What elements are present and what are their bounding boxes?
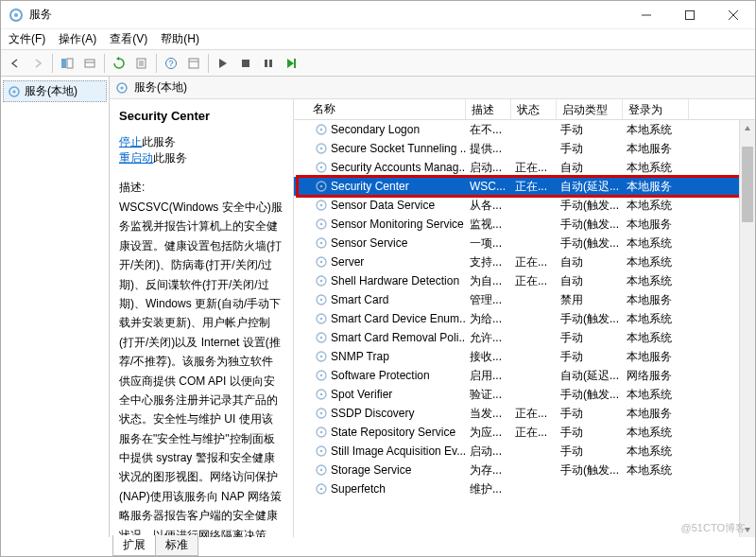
service-desc: 启动... — [466, 160, 511, 176]
service-desc: 允许... — [466, 330, 511, 346]
restart-link[interactable]: 重启动 — [119, 151, 153, 165]
service-row[interactable]: Server支持...正在...自动本地系统 — [294, 252, 755, 271]
tab-extended[interactable]: 扩展 — [112, 535, 156, 556]
gear-icon — [315, 312, 328, 325]
service-name: State Repository Service — [331, 426, 455, 439]
service-status: 正在... — [511, 179, 557, 195]
service-row[interactable]: Software Protection启用...自动(延迟...网络服务 — [294, 366, 755, 385]
description-text: WSCSVC(Windows 安全中心)服务监视并报告计算机上的安全健康设置。健… — [119, 198, 284, 537]
service-row[interactable]: SNMP Trap接收...手动本地服务 — [294, 347, 755, 366]
close-button[interactable] — [712, 1, 755, 29]
service-row[interactable]: State Repository Service为应...正在...手动本地系统 — [294, 423, 755, 442]
list-body: Secondary Logon在不...手动本地系统Secure Socket … — [294, 120, 755, 537]
service-row[interactable]: Sensor Service一项...手动(触发...本地系统 — [294, 234, 755, 252]
service-row[interactable]: Smart Card管理...禁用本地服务 — [294, 290, 755, 309]
service-row[interactable]: Smart Card Removal Poli...允许...手动本地系统 — [294, 328, 755, 347]
col-status[interactable]: 状态 — [511, 99, 557, 119]
service-desc: 启用... — [466, 368, 511, 384]
main-area: 服务(本地) 服务(本地) Security Center 停止此服务 重启动此… — [1, 77, 755, 537]
service-start: 手动 — [557, 444, 623, 460]
scroll-up-icon[interactable] — [740, 120, 755, 136]
service-row[interactable]: Security Accounts Manag...启动...正在...自动本地… — [294, 158, 755, 177]
service-row[interactable]: Security CenterWSC...正在...自动(延迟...本地服务 — [294, 177, 755, 196]
tab-standard[interactable]: 标准 — [155, 535, 198, 556]
vertical-scrollbar[interactable] — [739, 120, 755, 537]
gear-icon — [315, 255, 328, 269]
svg-point-20 — [13, 90, 16, 93]
properties-button[interactable] — [183, 53, 204, 74]
list-header: 名称 描述 状态 启动类型 登录为 — [294, 99, 755, 120]
service-logon: 本地系统 — [623, 387, 689, 403]
service-status: 正在... — [511, 273, 557, 289]
gear-icon — [315, 180, 328, 193]
gear-icon — [315, 407, 328, 420]
menu-file[interactable]: 文件(F) — [9, 31, 45, 47]
export-button[interactable] — [131, 53, 152, 74]
gear-icon — [315, 482, 328, 496]
service-desc: 当发... — [466, 406, 511, 422]
service-logon: 本地系统 — [623, 330, 689, 346]
restart-suffix: 此服务 — [153, 151, 187, 165]
menu-action[interactable]: 操作(A) — [59, 31, 96, 47]
tree-item-label: 服务(本地) — [25, 83, 77, 99]
minimize-button[interactable] — [625, 1, 668, 29]
service-name: SNMP Trap — [331, 350, 389, 363]
gear-icon — [315, 161, 328, 174]
start-service-button[interactable] — [213, 53, 233, 74]
col-start[interactable]: 启动类型 — [557, 99, 623, 119]
service-row[interactable]: SSDP Discovery当发...正在...手动本地服务 — [294, 404, 755, 423]
service-desc: 为应... — [466, 425, 511, 441]
service-logon: 本地服务 — [623, 406, 689, 422]
service-logon: 本地系统 — [623, 235, 689, 252]
scroll-thumb[interactable] — [742, 147, 753, 222]
restart-service-button[interactable] — [281, 53, 301, 74]
menu-view[interactable]: 查看(V) — [110, 31, 147, 47]
gear-icon — [315, 142, 328, 155]
gear-icon — [8, 85, 21, 98]
gear-icon — [315, 274, 328, 287]
service-row[interactable]: Secondary Logon在不...手动本地系统 — [294, 120, 755, 139]
scroll-down-icon[interactable] — [740, 521, 755, 537]
svg-rect-8 — [85, 60, 94, 67]
service-row[interactable]: Still Image Acquisition Ev...启动...手动本地系统 — [294, 442, 755, 461]
menu-help[interactable]: 帮助(H) — [161, 31, 199, 47]
forward-button[interactable] — [27, 53, 48, 74]
refresh-button[interactable] — [109, 53, 129, 74]
service-row[interactable]: Storage Service为存...手动(触发...本地系统 — [294, 461, 755, 479]
back-button[interactable] — [5, 53, 26, 74]
col-name[interactable]: 名称 — [294, 99, 466, 119]
service-status: 正在... — [511, 406, 557, 422]
col-desc[interactable]: 描述 — [466, 99, 511, 119]
service-row[interactable]: Smart Card Device Enum...为给...手动(触发...本地… — [294, 309, 755, 328]
show-hide-tree-button[interactable] — [57, 53, 77, 74]
service-desc: 在不... — [466, 122, 511, 138]
stop-link[interactable]: 停止 — [119, 135, 142, 148]
service-row[interactable]: Shell Hardware Detection为自...正在...自动本地系统 — [294, 271, 755, 290]
svg-point-50 — [320, 374, 323, 377]
service-row[interactable]: Secure Socket Tunneling ...提供...手动本地服务 — [294, 139, 755, 158]
service-row[interactable]: Superfetch维护... — [294, 479, 755, 498]
maximize-button[interactable] — [668, 1, 712, 29]
view-button[interactable] — [79, 53, 100, 74]
help-button[interactable]: ? — [161, 53, 181, 74]
col-logon[interactable]: 登录为 — [623, 99, 689, 119]
stop-service-button[interactable] — [235, 53, 256, 74]
service-logon: 本地系统 — [623, 198, 689, 214]
svg-rect-7 — [67, 59, 73, 68]
service-row[interactable]: Sensor Monitoring Service监视...手动(触发...本地… — [294, 215, 755, 234]
svg-point-58 — [320, 450, 323, 453]
svg-point-46 — [320, 337, 323, 339]
service-row[interactable]: Spot Verifier验证...手动(触发...本地系统 — [294, 385, 755, 404]
service-desc: 维护... — [466, 481, 511, 497]
svg-point-40 — [320, 280, 323, 283]
svg-point-28 — [320, 166, 323, 169]
service-logon: 本地系统 — [623, 273, 689, 289]
pause-service-button[interactable] — [258, 53, 279, 74]
service-start: 手动 — [557, 349, 623, 365]
service-start: 自动(延迟... — [557, 179, 623, 195]
tree-item-services-local[interactable]: 服务(本地) — [3, 80, 107, 102]
service-name: Sensor Data Service — [331, 199, 435, 212]
svg-point-38 — [320, 261, 323, 264]
service-row[interactable]: Sensor Data Service从各...手动(触发...本地系统 — [294, 196, 755, 215]
menubar: 文件(F) 操作(A) 查看(V) 帮助(H) — [1, 29, 755, 50]
